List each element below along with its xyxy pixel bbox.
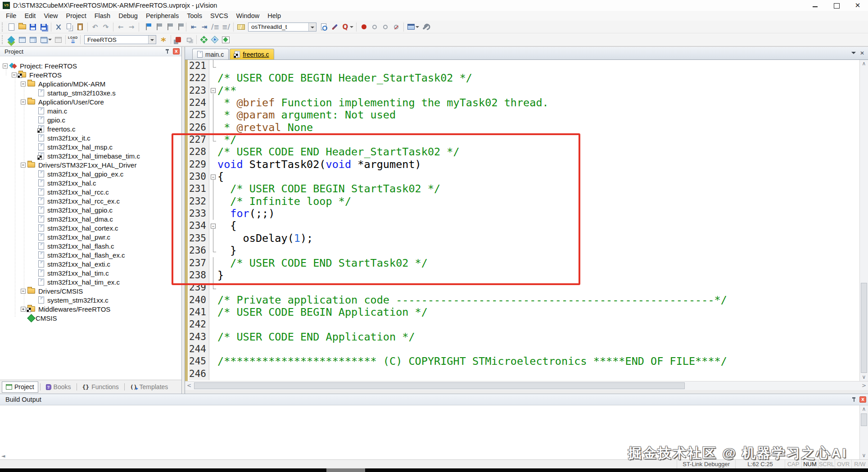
- unindent-icon[interactable]: ⇤: [188, 22, 199, 32]
- clear-bookmarks-icon[interactable]: [173, 22, 184, 32]
- comment-selection-icon[interactable]: /≡: [210, 22, 221, 32]
- menu-peripherals[interactable]: Peripherals: [142, 11, 183, 21]
- tree-item-cmsis[interactable]: CMSIS: [0, 313, 181, 322]
- code-line-244[interactable]: 244: [189, 343, 859, 355]
- tree-item-stm32f1xx-hal-flash-c[interactable]: stm32f1xx_hal_flash.c: [0, 241, 181, 250]
- line-number[interactable]: 240: [189, 294, 209, 306]
- paste-icon[interactable]: [75, 22, 86, 32]
- code-line-227[interactable]: 227 */: [189, 134, 859, 146]
- disable-breakpoints-icon[interactable]: [380, 22, 391, 32]
- code-line-231[interactable]: 231 /* USER CODE BEGIN StartTask02 */: [189, 183, 859, 195]
- menu-project[interactable]: Project: [62, 11, 90, 21]
- tree-item-system-stm32f1xx-c[interactable]: system_stm32f1xx.c: [0, 295, 181, 304]
- tree-item-stm32f1xx-hal-dma-c[interactable]: stm32f1xx_hal_dma.c: [0, 214, 181, 223]
- menu-svcs[interactable]: SVCS: [206, 11, 232, 21]
- code-line-221[interactable]: 221: [189, 60, 859, 72]
- collapse-icon[interactable]: −: [21, 82, 26, 86]
- editor-tab-main-c[interactable]: main.c: [192, 49, 229, 59]
- tree-item-startup-stm32f103xe-s[interactable]: startup_stm32f103xe.s: [0, 88, 181, 97]
- build-output-content[interactable]: ◄ ∧ ∨: [0, 405, 868, 459]
- save-icon[interactable]: [27, 22, 38, 32]
- new-file-icon[interactable]: [6, 22, 17, 32]
- tree-item-stm32f1xx-hal-cortex-c[interactable]: stm32f1xx_hal_cortex.c: [0, 223, 181, 232]
- tree-item-freertos-c[interactable]: freertos.c: [0, 124, 181, 133]
- kill-breakpoints-icon[interactable]: [391, 22, 402, 32]
- panel-tab-templates[interactable]: ()Templates: [127, 381, 172, 393]
- line-number[interactable]: 235: [189, 232, 209, 245]
- project-tree[interactable]: −Project: FreeRTOS−FreeRTOS−Application/…: [0, 56, 181, 380]
- navigate-back-icon[interactable]: ←: [115, 22, 126, 32]
- uncomment-selection-icon[interactable]: ≡/: [221, 22, 231, 32]
- line-number[interactable]: 244: [189, 343, 209, 355]
- scroll-left-icon[interactable]: <: [185, 381, 193, 390]
- collapse-icon[interactable]: −: [21, 289, 26, 294]
- code-line-235[interactable]: 235 osDelay(1);: [189, 232, 859, 245]
- stop-build-icon[interactable]: [53, 34, 63, 45]
- menu-flash[interactable]: Flash: [90, 11, 114, 21]
- open-file-icon[interactable]: [17, 22, 27, 32]
- line-number[interactable]: 231: [189, 183, 209, 195]
- line-number[interactable]: 233: [189, 208, 209, 220]
- fold-collapse-icon[interactable]: −: [211, 224, 216, 229]
- tree-item-drivers-cmsis[interactable]: −Drivers/CMSIS: [0, 286, 181, 295]
- scroll-down-icon[interactable]: ∨: [860, 373, 868, 381]
- code-line-229[interactable]: 229void StartTask02(void *argument): [189, 159, 859, 171]
- find-in-files-icon[interactable]: [235, 22, 246, 32]
- line-number[interactable]: 243: [189, 331, 209, 343]
- build-icon[interactable]: [17, 34, 27, 45]
- line-number[interactable]: 221: [189, 60, 209, 72]
- line-number[interactable]: 227: [189, 134, 209, 146]
- combo-dropdown-icon[interactable]: [148, 36, 156, 44]
- tree-item-stm32f1xx-hal-rcc-ex-c[interactable]: stm32f1xx_hal_rcc_ex.c: [0, 196, 181, 205]
- scrollbar-thumb[interactable]: [861, 413, 867, 426]
- window-layout-icon[interactable]: [406, 22, 416, 32]
- line-number[interactable]: 245: [189, 355, 209, 368]
- collapse-icon[interactable]: −: [21, 100, 26, 104]
- cut-icon[interactable]: [53, 22, 64, 32]
- maximize-button[interactable]: [833, 2, 840, 9]
- translate-icon[interactable]: [6, 34, 17, 45]
- tab-list-dropdown-icon[interactable]: [851, 52, 856, 56]
- line-number[interactable]: 242: [189, 318, 209, 331]
- code-line-224[interactable]: 224 * @brief Function implementing the m…: [189, 97, 859, 109]
- code-line-245[interactable]: 245/************************ (C) COPYRIG…: [189, 355, 859, 368]
- line-number[interactable]: 228: [189, 146, 209, 158]
- search-combobox[interactable]: osThreadId_t: [248, 23, 316, 32]
- line-number[interactable]: 224: [189, 97, 209, 109]
- scrollbar-thumb[interactable]: [861, 283, 867, 373]
- tree-item-project-freertos[interactable]: −Project: FreeRTOS: [0, 61, 181, 70]
- expand-icon[interactable]: +: [21, 307, 26, 312]
- editor-vertical-scrollbar[interactable]: ∧ ∨: [859, 60, 868, 381]
- pack-installer-icon[interactable]: [220, 34, 231, 45]
- code-line-225[interactable]: 225 * @param argument: Not used: [189, 109, 859, 121]
- close-document-icon[interactable]: ✕: [860, 50, 864, 56]
- tree-item-stm32f1xx-hal-pwr-c[interactable]: stm32f1xx_hal_pwr.c: [0, 232, 181, 241]
- line-number[interactable]: 246: [189, 368, 209, 380]
- code-line-232[interactable]: 232 /* Infinite loop */: [189, 195, 859, 208]
- code-line-246[interactable]: 246: [189, 368, 859, 380]
- line-number[interactable]: 239: [189, 281, 209, 294]
- insert-bookmark-icon[interactable]: [141, 22, 152, 32]
- code-line-236[interactable]: 236 }: [189, 245, 859, 257]
- save-all-icon[interactable]: [38, 22, 49, 32]
- code-line-237[interactable]: 237 /* USER CODE END StartTask02 */: [189, 257, 859, 269]
- batch-build-icon[interactable]: [38, 34, 49, 45]
- tree-item-freertos[interactable]: −FreeRTOS: [0, 70, 181, 79]
- tree-item-stm32f1xx-hal-rcc-c[interactable]: stm32f1xx_hal_rcc.c: [0, 187, 181, 196]
- fold-margin[interactable]: −: [209, 171, 217, 183]
- configuration-icon[interactable]: [420, 22, 431, 32]
- menu-help[interactable]: Help: [263, 11, 285, 21]
- line-number[interactable]: 226: [189, 122, 209, 134]
- tree-item-stm32f1xx-hal-tim-ex-c[interactable]: stm32f1xx_hal_tim_ex.c: [0, 277, 181, 286]
- tree-item-stm32f1xx-hal-exti-c[interactable]: stm32f1xx_hal_exti.c: [0, 259, 181, 268]
- find-icon[interactable]: [318, 22, 329, 32]
- build-output-scrollbar[interactable]: ∧ ∨: [859, 405, 868, 459]
- scrollbar-thumb[interactable]: [194, 382, 685, 389]
- code-line-242[interactable]: 242: [189, 318, 859, 331]
- rebuild-all-icon[interactable]: [27, 34, 38, 45]
- code-line-234[interactable]: 234− {: [189, 220, 859, 232]
- line-number[interactable]: 236: [189, 245, 209, 257]
- previous-bookmark-icon[interactable]: [152, 22, 163, 32]
- indent-icon[interactable]: ⇥: [199, 22, 210, 32]
- menu-file[interactable]: File: [2, 11, 20, 21]
